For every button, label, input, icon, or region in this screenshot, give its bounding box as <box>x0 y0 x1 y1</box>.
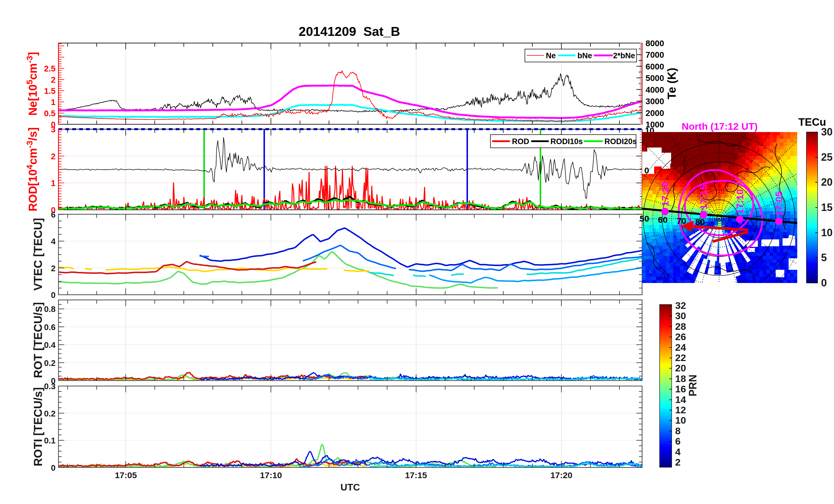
svg-text:1: 1 <box>51 179 56 188</box>
svg-text:2: 2 <box>51 264 56 273</box>
svg-text:0.3: 0.3 <box>44 382 56 391</box>
svg-text:0: 0 <box>644 166 649 175</box>
svg-text:RODI20s: RODI20s <box>605 137 637 146</box>
svg-text:17:20: 17:20 <box>660 181 671 206</box>
svg-text:3000: 3000 <box>645 97 664 106</box>
svg-text:32: 32 <box>675 300 686 311</box>
svg-text:12: 12 <box>675 405 686 415</box>
svg-text:3: 3 <box>51 125 56 134</box>
svg-text:0: 0 <box>51 291 56 300</box>
svg-text:2000: 2000 <box>645 109 664 118</box>
svg-text:4: 4 <box>675 446 681 457</box>
svg-text:0.8: 0.8 <box>44 304 56 314</box>
svg-text:4000: 4000 <box>645 85 664 94</box>
svg-text:2: 2 <box>51 152 56 161</box>
svg-text:6: 6 <box>51 210 56 219</box>
svg-text:ROT [TECU/s]: ROT [TECU/s] <box>31 302 44 378</box>
svg-text:ROTI [TECU/s]: ROTI [TECU/s] <box>31 387 44 466</box>
svg-text:Ne: Ne <box>546 51 556 60</box>
svg-text:4: 4 <box>51 237 56 246</box>
svg-text:30: 30 <box>675 310 686 321</box>
svg-text:17:20: 17:20 <box>550 471 573 480</box>
svg-text:17:15: 17:15 <box>698 185 709 209</box>
svg-text:ROD: ROD <box>512 137 529 146</box>
svg-text:6: 6 <box>675 436 681 446</box>
svg-text:60: 60 <box>658 215 667 225</box>
svg-text:bNe: bNe <box>577 51 592 60</box>
svg-text:20: 20 <box>821 176 833 188</box>
svg-text:RODI10s: RODI10s <box>550 137 583 146</box>
svg-text:5: 5 <box>821 252 827 264</box>
svg-text:17:05: 17:05 <box>773 191 784 216</box>
svg-text:17:15: 17:15 <box>405 471 427 480</box>
svg-text:15: 15 <box>821 202 833 213</box>
svg-text:16: 16 <box>675 384 686 394</box>
svg-text:VTEC [TECU]: VTEC [TECU] <box>31 218 44 291</box>
svg-text:24: 24 <box>675 342 686 353</box>
svg-text:5000: 5000 <box>645 73 664 83</box>
svg-text:18: 18 <box>675 373 686 384</box>
svg-text:1: 1 <box>51 97 56 107</box>
svg-text:0.6: 0.6 <box>44 323 56 332</box>
svg-text:17:10: 17:10 <box>734 189 745 214</box>
svg-text:10: 10 <box>675 415 686 426</box>
svg-text:8000: 8000 <box>645 39 664 48</box>
svg-text:2: 2 <box>51 75 56 84</box>
svg-text:25: 25 <box>821 151 833 163</box>
svg-text:10: 10 <box>821 227 833 238</box>
svg-text:6000: 6000 <box>645 62 664 71</box>
svg-text:17:05: 17:05 <box>115 471 137 480</box>
svg-text:0.2: 0.2 <box>44 359 56 368</box>
svg-text:22: 22 <box>675 352 686 363</box>
svg-text:50: 50 <box>639 214 649 223</box>
svg-text:2: 2 <box>675 457 681 467</box>
svg-text:30: 30 <box>821 126 833 138</box>
svg-text:7000: 7000 <box>645 50 664 60</box>
svg-text:26: 26 <box>675 331 686 342</box>
svg-text:80: 80 <box>695 217 705 227</box>
svg-text:8: 8 <box>675 426 681 436</box>
svg-text:2.5: 2.5 <box>44 64 56 73</box>
svg-text:0.5: 0.5 <box>44 109 56 118</box>
svg-text:ROD[104cm-3/s]: ROD[104cm-3/s] <box>25 127 39 211</box>
svg-text:1.5: 1.5 <box>44 86 56 96</box>
svg-text:20141209 Sat_B: 20141209 Sat_B <box>299 24 400 39</box>
svg-text:28: 28 <box>675 321 686 332</box>
svg-text:0: 0 <box>51 463 56 473</box>
svg-text:17:10: 17:10 <box>260 471 282 480</box>
svg-text:0: 0 <box>821 277 827 289</box>
svg-text:North (17:12 UT): North (17:12 UT) <box>682 121 758 132</box>
svg-text:14: 14 <box>675 394 686 405</box>
svg-text:0.4: 0.4 <box>44 340 56 349</box>
svg-text:PRN: PRN <box>687 374 699 396</box>
svg-text:UTC: UTC <box>341 482 360 492</box>
svg-text:70: 70 <box>677 216 686 226</box>
svg-text:2*bNe: 2*bNe <box>613 51 635 60</box>
svg-text:0.1: 0.1 <box>44 436 56 445</box>
svg-text:0.2: 0.2 <box>44 409 56 418</box>
svg-text:20: 20 <box>675 363 686 373</box>
svg-text:Te (K): Te (K) <box>665 68 678 99</box>
